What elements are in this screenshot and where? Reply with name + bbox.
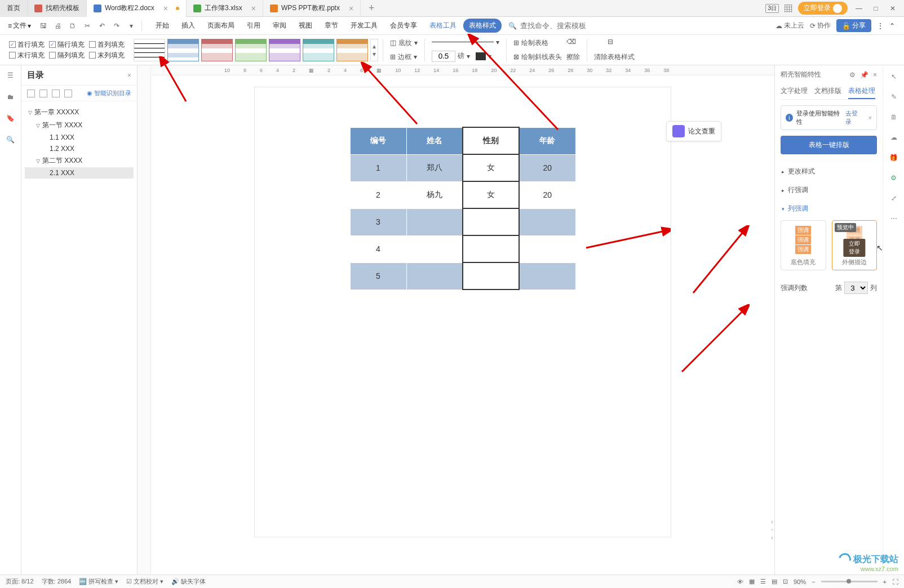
table-cell[interactable]: [406, 262, 463, 289]
table-cell[interactable]: [519, 208, 575, 235]
fit-icon[interactable]: ⊡: [783, 578, 788, 585]
login-now-badge[interactable]: 立即登录: [843, 239, 865, 257]
draw-table-button[interactable]: ⊞ 绘制表格: [511, 37, 564, 49]
redo-icon[interactable]: ↷: [110, 19, 123, 33]
close-window-button[interactable]: ✕: [887, 3, 898, 14]
pin-icon[interactable]: 📌: [860, 71, 868, 79]
border-button[interactable]: ⊞ 边框 ▾: [388, 51, 420, 63]
close-icon[interactable]: ×: [349, 4, 353, 13]
view-mode-2-icon[interactable]: ☰: [760, 578, 766, 585]
table-cell[interactable]: 5: [350, 262, 406, 289]
check-banded-row[interactable]: ✓隔行填充: [49, 40, 85, 50]
rp-tab-table[interactable]: 表格处理: [848, 84, 875, 99]
cloud-button[interactable]: ☁ 未上云: [776, 21, 804, 30]
edit-icon[interactable]: ✎: [888, 91, 899, 103]
cloud-icon[interactable]: ☁: [888, 132, 899, 143]
table-cell[interactable]: 杨九: [406, 181, 463, 208]
view-mode-1-icon[interactable]: ▦: [749, 578, 755, 585]
table-cell[interactable]: 女: [463, 154, 519, 181]
doc-icon[interactable]: 🗎: [888, 112, 899, 123]
tree-item-1-2[interactable]: 1.2 XXX: [25, 143, 134, 154]
share-button[interactable]: 🔓 分享: [836, 19, 871, 32]
style-plain[interactable]: [134, 39, 165, 61]
cut-icon[interactable]: ✂: [81, 19, 94, 33]
clear-style-button[interactable]: ⊟清除表格样式: [592, 38, 637, 62]
dropdown-icon[interactable]: ▾: [125, 19, 138, 33]
view-mode-3-icon[interactable]: ▤: [772, 578, 777, 585]
tab-excel-doc[interactable]: 工作簿3.xlsx×: [187, 0, 263, 17]
bookmark-icon[interactable]: 🔖: [5, 113, 16, 124]
tab-references[interactable]: 引用: [241, 19, 266, 33]
table-cell[interactable]: [463, 208, 519, 235]
search-rail-icon[interactable]: 🔍: [5, 134, 16, 145]
th-id[interactable]: 编号: [350, 127, 406, 154]
check-first-row[interactable]: ✓首行填充: [9, 40, 45, 50]
smart-outline-button[interactable]: ◉ 智能识别目录: [87, 89, 131, 97]
section-row-emphasis[interactable]: ▸行强调: [781, 181, 877, 199]
collab-button[interactable]: ⟳ 协作: [810, 21, 831, 30]
gear-icon[interactable]: ⚙: [849, 71, 856, 79]
tree-item-1-1[interactable]: 1.1 XXX: [25, 132, 134, 143]
tab-devtools[interactable]: 开发工具: [345, 19, 383, 33]
mode-icon[interactable]: 3日: [765, 4, 779, 13]
tab-view[interactable]: 视图: [293, 19, 318, 33]
tab-template[interactable]: 找稻壳模板: [28, 0, 87, 17]
table-cell[interactable]: [463, 262, 519, 289]
th-gender[interactable]: 性别: [463, 127, 519, 154]
col-number-select[interactable]: 3: [844, 282, 868, 294]
tab-member[interactable]: 会员专享: [384, 19, 423, 33]
preview-icon[interactable]: 🗋: [66, 19, 79, 33]
line-style-select[interactable]: ▾: [429, 37, 502, 47]
tab-word-doc[interactable]: Word教程2.docx×: [87, 0, 187, 17]
close-info-icon[interactable]: ×: [868, 114, 872, 121]
table-cell[interactable]: 女: [463, 181, 519, 208]
paper-check-button[interactable]: 论文查重: [666, 121, 721, 141]
spell-check-button[interactable]: 🔤 拼写检查 ▾: [79, 577, 118, 586]
document-table[interactable]: 编号 姓名 性别 年龄 1郑八女20 2杨九女20 3 4 5: [350, 127, 576, 290]
table-cell[interactable]: [463, 235, 519, 262]
tab-home[interactable]: 首页: [0, 0, 28, 17]
table-cell[interactable]: 2: [350, 181, 406, 208]
table-cell[interactable]: 4: [350, 235, 406, 262]
collapse-icon[interactable]: ⌃: [889, 22, 895, 30]
more-rail-icon[interactable]: ⋯: [888, 213, 899, 224]
table-cell[interactable]: [406, 235, 463, 262]
missing-font-button[interactable]: 🔊 缺失字体: [171, 577, 206, 586]
check-first-col[interactable]: 首列填充: [89, 40, 125, 50]
gift-icon[interactable]: 🎁: [888, 152, 899, 163]
tree-item-2-1[interactable]: 2.1 XXX: [25, 167, 134, 179]
outline-tool-4[interactable]: [64, 90, 72, 97]
tab-chapter[interactable]: 章节: [319, 19, 344, 33]
outline-tool-1[interactable]: [27, 90, 35, 97]
tab-table-style[interactable]: 表格样式: [463, 19, 502, 33]
tree-chapter-1[interactable]: ▽第一章 XXXXX: [25, 106, 134, 119]
line-color-button[interactable]: [476, 52, 486, 60]
check-banded-col[interactable]: 隔列填充: [49, 51, 85, 60]
rp-tab-text[interactable]: 文字处理: [781, 84, 808, 99]
tree-section-1[interactable]: ▽第一节 XXXX: [25, 119, 134, 132]
outline-icon[interactable]: ☰: [5, 70, 16, 81]
scroll-controls[interactable]: ‹◦›: [771, 518, 773, 541]
select-icon[interactable]: ↖: [888, 71, 899, 82]
style-blue[interactable]: [167, 39, 199, 61]
go-login-link[interactable]: 去登录: [845, 109, 862, 126]
print-icon[interactable]: 🖨: [51, 19, 65, 33]
shading-button[interactable]: ◫ 底纹 ▾: [388, 37, 420, 49]
expand-icon[interactable]: ⤢: [888, 193, 899, 204]
table-cell[interactable]: [406, 208, 463, 235]
outline-tool-2[interactable]: [39, 90, 47, 97]
view-eye-icon[interactable]: 👁: [737, 578, 743, 585]
zoom-slider[interactable]: [821, 581, 878, 582]
login-button[interactable]: 立即登录: [798, 2, 848, 15]
emphasis-fill-card[interactable]: 强调强调强调 底色填充: [781, 220, 826, 270]
close-icon[interactable]: ×: [163, 4, 168, 13]
zoom-in-button[interactable]: +: [883, 578, 887, 585]
section-col-emphasis[interactable]: ▾列强调: [781, 199, 877, 218]
file-menu[interactable]: ≡ 文件 ▾: [3, 20, 36, 32]
content-check-button[interactable]: ☑ 文档校对 ▾: [126, 577, 163, 586]
search-input[interactable]: [520, 21, 605, 30]
table-cell[interactable]: 3: [350, 208, 406, 235]
section-change-style[interactable]: ▸更改样式: [781, 162, 877, 181]
th-age[interactable]: 年龄: [519, 127, 575, 154]
style-orange[interactable]: [336, 39, 368, 61]
